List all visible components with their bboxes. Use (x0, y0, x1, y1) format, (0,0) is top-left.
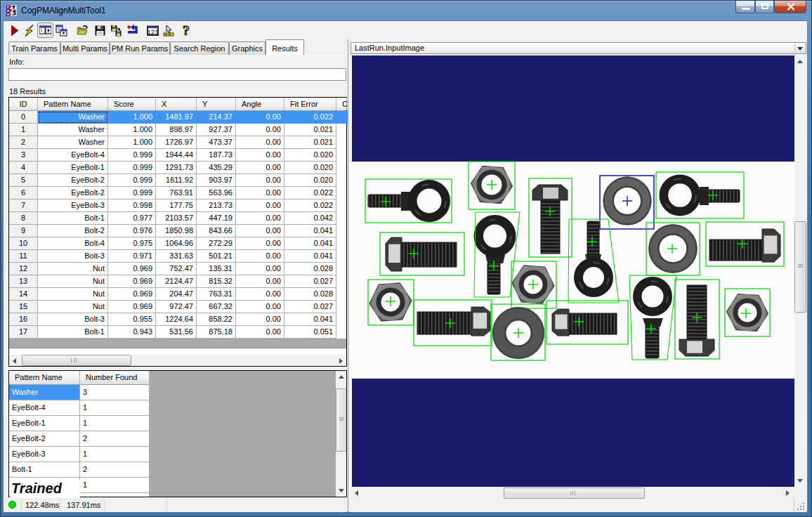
svg-text:?: ? (183, 25, 190, 37)
svg-text:123: 123 (148, 28, 159, 36)
